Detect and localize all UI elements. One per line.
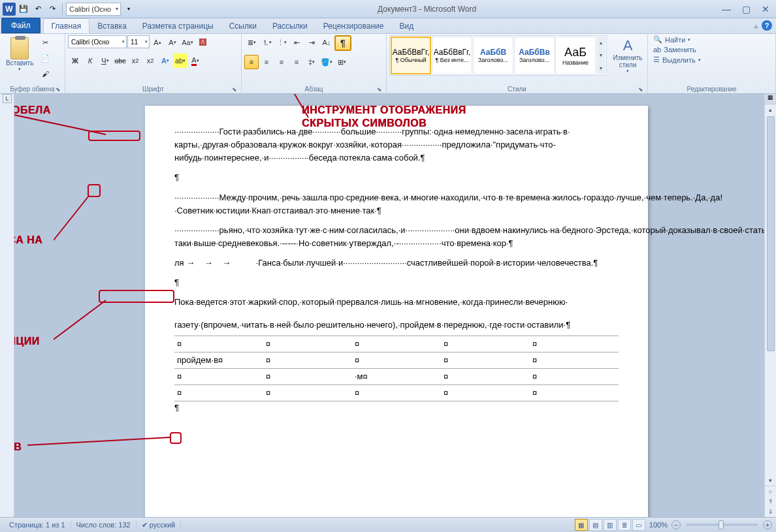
tab-mailings[interactable]: Рассылки bbox=[265, 19, 315, 33]
undo-icon[interactable]: ↶ bbox=[31, 3, 44, 16]
launcher-icon[interactable]: ⬊ bbox=[638, 86, 643, 93]
table-cell[interactable]: ¤ bbox=[263, 336, 352, 352]
save-icon[interactable]: 💾 bbox=[17, 3, 30, 16]
bold-icon[interactable]: Ж bbox=[68, 54, 82, 68]
multilevel-icon[interactable]: ⋮▾ bbox=[274, 35, 289, 50]
web-layout-view-icon[interactable]: ▥ bbox=[604, 519, 617, 531]
word-icon[interactable]: W bbox=[3, 3, 16, 16]
table-cell[interactable]: ¤ bbox=[441, 352, 530, 368]
table-cell[interactable]: ·м¤ bbox=[352, 368, 441, 384]
table-cell[interactable]: ¤ bbox=[352, 336, 441, 352]
print-layout-view-icon[interactable]: ▦ bbox=[575, 519, 588, 531]
table-cell[interactable]: ¤ bbox=[174, 336, 263, 352]
superscript-icon[interactable]: x2 bbox=[143, 54, 157, 68]
increase-indent-icon[interactable]: ⇥ bbox=[304, 35, 319, 50]
replace-button[interactable]: abЗаменить bbox=[653, 46, 701, 54]
text-effects-icon[interactable]: A▾ bbox=[158, 54, 172, 68]
shrink-font-icon[interactable]: A▾ bbox=[165, 35, 180, 50]
status-language[interactable]: ✔ русский bbox=[137, 521, 182, 529]
zoom-in-button[interactable]: + bbox=[763, 520, 772, 529]
launcher-icon[interactable]: ⬊ bbox=[377, 86, 382, 93]
paragraph[interactable]: ¶ bbox=[174, 171, 619, 184]
minimize-icon[interactable]: — bbox=[719, 3, 734, 15]
justify-icon[interactable]: ≡ bbox=[289, 55, 304, 69]
minimize-ribbon-icon[interactable]: ▵ bbox=[754, 22, 758, 29]
shading-icon[interactable]: 🪣▾ bbox=[319, 55, 334, 69]
style-normal[interactable]: АаБбВвГг,¶ Обычный bbox=[391, 37, 431, 74]
bullets-icon[interactable]: ≣▾ bbox=[244, 35, 259, 50]
tab-review[interactable]: Рецензирование bbox=[315, 19, 392, 33]
help-icon[interactable]: ? bbox=[762, 20, 772, 31]
paragraph[interactable]: ···················Гости·разбились·на·дв… bbox=[174, 125, 619, 164]
qat-customize-icon[interactable]: ▾ bbox=[122, 3, 135, 16]
tab-selector[interactable]: L bbox=[3, 94, 12, 103]
status-words[interactable]: Число слов: 132 bbox=[71, 521, 137, 529]
zoom-out-button[interactable]: − bbox=[671, 520, 681, 529]
scroll-up-icon[interactable]: ▴ bbox=[765, 104, 776, 115]
paragraph[interactable]: ля → → →·Ганса·были·лучшей·и············… bbox=[174, 257, 619, 270]
launcher-icon[interactable]: ⬊ bbox=[232, 86, 237, 93]
table-cell[interactable]: ¤ bbox=[530, 368, 619, 384]
style-no-spacing[interactable]: АаБбВвГг,¶ Без инте... bbox=[432, 37, 472, 74]
styles-gallery[interactable]: АаБбВвГг,¶ Обычный АаБбВвГг,¶ Без инте..… bbox=[389, 35, 607, 76]
paragraph[interactable]: Пока·ведется·этот·жаркий·спор,·который·п… bbox=[174, 296, 619, 309]
tab-references[interactable]: Ссылки bbox=[221, 19, 265, 33]
align-left-icon[interactable]: ≡ bbox=[244, 55, 259, 69]
table-cell[interactable]: пройдем·в¤ bbox=[174, 352, 263, 368]
table-cell[interactable]: ¤ bbox=[441, 385, 530, 401]
gallery-down-icon[interactable]: ▾ bbox=[596, 52, 606, 58]
italic-icon[interactable]: К bbox=[83, 54, 97, 68]
style-heading2[interactable]: АаБбВвЗаголово... bbox=[514, 37, 555, 74]
font-color-icon[interactable]: A▾ bbox=[188, 54, 202, 68]
grow-font-icon[interactable]: A▴ bbox=[150, 35, 165, 50]
underline-icon[interactable]: Ч▾ bbox=[98, 54, 112, 68]
show-hide-formatting-button[interactable]: ¶ bbox=[334, 35, 351, 51]
tab-view[interactable]: Вид bbox=[391, 19, 421, 33]
table-cell[interactable]: ¤ bbox=[441, 368, 530, 384]
paste-button[interactable]: Вставить ▾ bbox=[3, 35, 37, 74]
table-cell[interactable]: ¤ bbox=[441, 336, 530, 352]
find-button[interactable]: 🔍Найти▾ bbox=[653, 35, 701, 44]
gallery-more-icon[interactable]: ▾ bbox=[596, 65, 606, 71]
change-styles-button[interactable]: A Изменить стили ▾ bbox=[611, 35, 645, 76]
style-heading1[interactable]: АаБбВЗаголово... bbox=[473, 37, 513, 74]
table-cell[interactable]: ¤ bbox=[263, 368, 352, 384]
zoom-level[interactable]: 100% bbox=[649, 521, 668, 529]
decrease-indent-icon[interactable]: ⇤ bbox=[289, 35, 304, 50]
zoom-slider[interactable] bbox=[686, 524, 758, 526]
full-screen-view-icon[interactable]: ▤ bbox=[589, 519, 602, 531]
table-cell[interactable]: ¤ bbox=[352, 352, 441, 368]
align-right-icon[interactable]: ≡ bbox=[274, 55, 289, 69]
font-name-combo[interactable]: Calibri (Осно bbox=[68, 35, 127, 48]
font-size-combo[interactable]: 11 bbox=[127, 35, 150, 48]
paragraph[interactable]: газету·(впрочем,·читать·в·ней·было·решит… bbox=[174, 319, 619, 332]
format-painter-icon[interactable]: 🖌 bbox=[38, 67, 52, 81]
style-title[interactable]: АаБНазвание bbox=[555, 37, 596, 74]
table-cell[interactable]: ¤ bbox=[263, 352, 352, 368]
table-cell[interactable]: ¤ bbox=[263, 385, 352, 401]
numbering-icon[interactable]: ⒈▾ bbox=[259, 35, 274, 50]
paragraph[interactable]: ¶ bbox=[174, 401, 619, 415]
document-table[interactable]: ¤¤¤¤¤пройдем·в¤¤¤¤¤¤¤·м¤¤¤¤¤¤¤¤ bbox=[174, 336, 619, 402]
ruler-toggle-icon[interactable]: ▦ bbox=[765, 94, 776, 104]
outline-view-icon[interactable]: ≣ bbox=[618, 519, 631, 531]
table-cell[interactable]: ¤ bbox=[530, 352, 619, 368]
next-page-icon[interactable]: ⇓ bbox=[765, 507, 776, 517]
launcher-icon[interactable]: ⬊ bbox=[56, 86, 61, 93]
page-content[interactable]: ···················Гости·разбились·на·дв… bbox=[145, 106, 648, 430]
document-viewport[interactable]: ···················Гости·разбились·на·дв… bbox=[14, 94, 776, 517]
draft-view-icon[interactable]: ▭ bbox=[632, 519, 645, 531]
borders-icon[interactable]: ⊞▾ bbox=[334, 55, 349, 69]
select-button[interactable]: ☰Выделить▾ bbox=[653, 55, 701, 64]
change-case-icon[interactable]: Aa▾ bbox=[180, 35, 195, 50]
maximize-icon[interactable]: ▢ bbox=[738, 3, 754, 15]
gallery-up-icon[interactable]: ▴ bbox=[596, 40, 606, 46]
scroll-down-icon[interactable]: ▾ bbox=[765, 475, 776, 486]
browse-object-icon[interactable]: ○ bbox=[765, 486, 776, 496]
prev-page-icon[interactable]: ⇑ bbox=[765, 496, 776, 507]
file-tab[interactable]: Файл bbox=[1, 18, 40, 33]
scroll-thumb[interactable] bbox=[767, 116, 775, 351]
copy-icon[interactable]: 📄 bbox=[38, 51, 52, 65]
vertical-scrollbar[interactable]: ▦ ▴ ▾ ○ ⇑ ⇓ bbox=[764, 94, 776, 517]
sort-icon[interactable]: A↓ bbox=[319, 35, 334, 50]
